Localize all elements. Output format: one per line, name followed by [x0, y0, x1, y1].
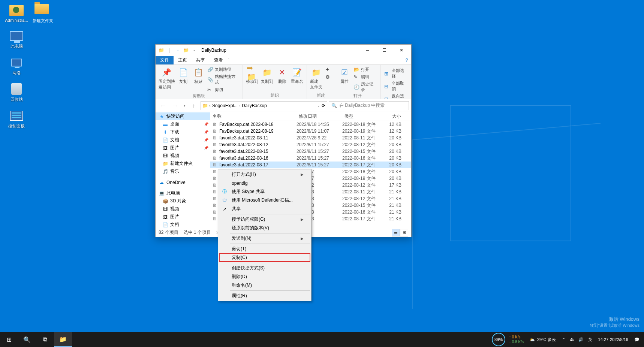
ribbon-collapse-caret[interactable]: ⌄ [228, 56, 230, 64]
ctx-create-shortcut[interactable]: 创建快捷方式(S) [219, 264, 310, 272]
open-button[interactable]: 📂打开 [352, 66, 378, 73]
cut-button[interactable]: ✂剪切 [206, 86, 240, 93]
search-button[interactable]: 🔍 [18, 332, 36, 347]
qat-newfolder-icon[interactable]: 📁 [182, 46, 190, 54]
col-name[interactable]: 名称 [210, 113, 297, 120]
tab-file[interactable]: 文件 [156, 56, 174, 64]
copy-button[interactable]: 📄复制 [176, 66, 190, 93]
file-row[interactable]: 🗎favorite3.dat.2022-08-162022/8/11 15:27… [210, 155, 411, 162]
tab-view[interactable]: 查看 [210, 56, 228, 64]
nav-newfolder[interactable]: 📁新建文件夹 [156, 160, 210, 168]
properties-button[interactable]: ☑属性 [337, 66, 352, 93]
tray-ime[interactable]: 英 [586, 332, 595, 347]
select-none-button[interactable]: ⊟全部取消 [383, 80, 409, 92]
col-date[interactable]: 修改日期 [297, 113, 342, 120]
nav-pictures[interactable]: 🖼图片📌 [156, 144, 210, 152]
nav-pictures2[interactable]: 🖼图片 [156, 213, 210, 221]
copyto-button[interactable]: 📁复制到 [260, 66, 274, 85]
nav-recent-button[interactable]: ▾ [182, 101, 187, 111]
taskbar-explorer[interactable]: 📁 [54, 332, 72, 347]
breadcrumb-seg2[interactable]: DailyBackup [241, 103, 268, 108]
desktop-icon-thispc[interactable]: 此电脑 [4, 29, 29, 49]
tray-chevron[interactable]: ⌃ [560, 332, 568, 347]
start-button[interactable]: ⊞ [0, 332, 18, 347]
tray-network-icon[interactable]: 🖧 [568, 332, 576, 347]
delete-button[interactable]: ✕删除 [275, 66, 289, 85]
file-row[interactable]: 🗎favorite3.dat.2022-08-122022/8/11 15:27… [210, 141, 411, 148]
paste-button[interactable]: 📋粘贴 [191, 66, 205, 93]
ctx-defender-scan[interactable]: 🛡使用 Microsoft Defender扫描... [219, 196, 310, 205]
ctx-share[interactable]: ↗共享 [219, 205, 310, 213]
show-desktop-button[interactable] [642, 332, 644, 347]
file-row[interactable]: 🗎favorite3.dat.2022-08-152022/8/11 15:27… [210, 148, 411, 155]
pin-quickaccess-button[interactable]: 📌固定到快 速访问 [158, 66, 175, 93]
nav-documents2[interactable]: 📄文档 [156, 221, 210, 228]
titlebar[interactable]: 📁 | ▫ 📁 ▾ DailyBackup ─ ☐ ✕ [156, 45, 411, 56]
maximize-button[interactable]: ☐ [376, 45, 393, 56]
nav-up-button[interactable]: ↑ [189, 101, 199, 111]
minimize-button[interactable]: ─ [359, 45, 376, 56]
rename-button[interactable]: 📝重命名 [290, 66, 304, 85]
desktop-icon-newfolder[interactable]: 新建文件夹 [30, 4, 55, 24]
newitem-button[interactable]: ✦ [324, 66, 332, 73]
close-button[interactable]: ✕ [393, 45, 410, 56]
ctx-restore-version[interactable]: 还原以前的版本(V) [219, 224, 310, 232]
paste-shortcut-button[interactable]: 📎粘贴快捷方式 [206, 73, 240, 85]
ctx-cut[interactable]: 剪切(T) [219, 245, 310, 253]
refresh-icon[interactable]: ⟳ [322, 103, 325, 108]
tray-volume-icon[interactable]: 🔊 [576, 332, 586, 347]
moveto-button[interactable]: ➡📁移动到 [245, 66, 259, 85]
ctx-send-to[interactable]: 发送到(N)▶ [219, 234, 310, 243]
nav-videos[interactable]: 🎞视频 [156, 152, 210, 160]
desktop-icon-recycle[interactable]: 回收站 [4, 82, 29, 102]
edit-button[interactable]: ✎编辑 [352, 73, 378, 80]
breadcrumb-seg1[interactable]: SogouExpl... [211, 103, 238, 108]
desktop-icon-admin[interactable]: Administra... [4, 4, 29, 22]
notification-button[interactable]: 💬 [632, 332, 642, 347]
col-size[interactable]: 大小 [382, 113, 404, 120]
tab-home[interactable]: 主页 [174, 56, 192, 64]
addr-dropdown-icon[interactable]: ⌄ [317, 104, 320, 108]
ctx-grant-access[interactable]: 授予访问权限(G)▶ [219, 215, 310, 224]
address-bar[interactable]: 📁 « SogouExpl... › DailyBackup ⌄ ⟳ [201, 101, 327, 110]
net-speed[interactable]: ↑ 0 K/s↓ 0.8 K/s [507, 335, 526, 344]
ctx-opendlg[interactable]: opendlg [219, 179, 310, 187]
tab-share[interactable]: 共享 [192, 56, 210, 64]
ctx-properties[interactable]: 属性(R) [219, 292, 310, 300]
view-details-button[interactable]: ☰ [392, 229, 400, 236]
file-row[interactable]: 🗎FavBackup.dat.2022-08-182022/8/18 14:35… [210, 121, 411, 128]
ctx-open-with[interactable]: 打开方式(H)▶ [219, 170, 310, 179]
nav-music[interactable]: 🎵音乐 [156, 168, 210, 175]
ctx-skype-share[interactable]: Ⓢ使用 Skype 共享 [219, 187, 310, 196]
nav-onedrive[interactable]: ☁OneDrive [156, 178, 210, 186]
nav-thispc[interactable]: 💻此电脑 [156, 189, 210, 197]
file-row[interactable]: 🗎favorite3.dat.2022-08-172022/8/11 15:27… [210, 162, 411, 168]
taskview-button[interactable]: ⧉ [36, 332, 54, 347]
memory-gauge[interactable]: 89% [492, 333, 505, 346]
newfolder-button[interactable]: 📁新建 文件夹 [309, 66, 323, 91]
history-button[interactable]: 🕘历史记录 [352, 81, 378, 93]
desktop-icon-network[interactable]: 网络 [4, 56, 29, 76]
nav-desktop[interactable]: ▬桌面📌 [156, 120, 210, 128]
nav-forward-button[interactable]: → [170, 101, 180, 111]
file-row[interactable]: 🗎favorite3.dat.2022-08-112022/7/28 9:222… [210, 135, 411, 141]
search-box[interactable]: 🔍 在 DailyBackup 中搜索 [329, 101, 409, 110]
weather-widget[interactable]: ⛅29°C 多云 [526, 332, 560, 347]
nav-quickaccess[interactable]: ★快速访问 [156, 112, 210, 120]
qat-properties-icon[interactable]: ▫ [174, 46, 182, 54]
help-icon[interactable]: ? [402, 56, 411, 64]
ctx-copy[interactable]: 复制(C) [219, 253, 310, 262]
nav-downloads[interactable]: ⬇下载📌 [156, 128, 210, 136]
select-all-button[interactable]: ⊞全部选择 [383, 67, 409, 79]
desktop-icon-controlpanel[interactable]: 控制面板 [4, 109, 29, 129]
nav-documents[interactable]: 📄文档📌 [156, 136, 210, 144]
ctx-delete[interactable]: 删除(D) [219, 272, 310, 281]
ctx-rename[interactable]: 重命名(M) [219, 281, 310, 290]
file-row[interactable]: 🗎FavBackup.dat.2022-08-192022/8/19 11:07… [210, 128, 411, 135]
nav-back-button[interactable]: ← [158, 101, 168, 111]
breadcrumb-chevron-icon[interactable]: › [239, 104, 240, 108]
easyaccess-button[interactable]: ⚙ [324, 73, 332, 80]
view-thumbs-button[interactable]: ⊞ [400, 229, 408, 236]
nav-videos2[interactable]: 🎞视频 [156, 205, 210, 213]
nav-3dobjects[interactable]: 📦3D 对象 [156, 197, 210, 205]
